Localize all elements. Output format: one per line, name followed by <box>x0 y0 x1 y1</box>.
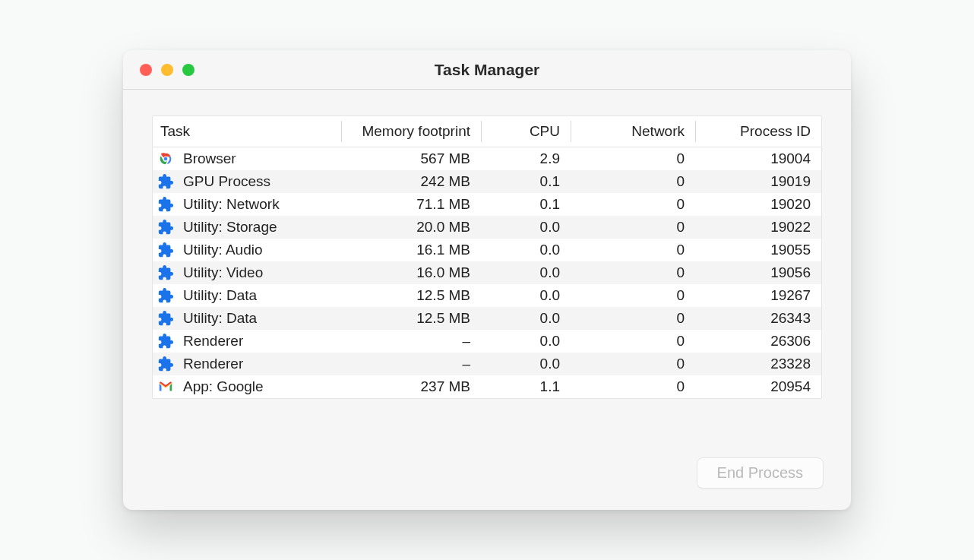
table-row[interactable]: Utility: Network 71.1 MB 0.1 0 19020 <box>153 193 821 216</box>
cell-network: 0 <box>571 284 695 307</box>
cell-memory: 71.1 MB <box>341 193 481 216</box>
puzzle-icon <box>157 264 174 281</box>
table-row[interactable]: Utility: Video 16.0 MB 0.0 0 19056 <box>153 261 821 284</box>
cell-memory: 16.0 MB <box>341 261 481 284</box>
col-pid[interactable]: Process ID <box>695 116 821 147</box>
puzzle-icon <box>157 310 174 327</box>
table-row[interactable]: Renderer – 0.0 0 26306 <box>153 330 821 353</box>
table-row[interactable]: Utility: Storage 20.0 MB 0.0 0 19022 <box>153 216 821 239</box>
cell-memory: 567 MB <box>341 147 481 171</box>
table-row[interactable]: App: Google 237 MB 1.1 0 20954 <box>153 375 821 398</box>
cell-memory: – <box>341 330 481 353</box>
cell-memory: 20.0 MB <box>341 216 481 239</box>
cell-cpu: 0.0 <box>481 353 571 375</box>
cell-pid: 19020 <box>695 193 821 216</box>
window-title: Task Manager <box>123 61 851 79</box>
task-label: App: Google <box>183 378 264 395</box>
cell-cpu: 0.0 <box>481 307 571 330</box>
cell-pid: 19056 <box>695 261 821 284</box>
cell-network: 0 <box>571 239 695 261</box>
task-label: Utility: Network <box>183 196 280 213</box>
table-row[interactable]: Utility: Data 12.5 MB 0.0 0 26343 <box>153 307 821 330</box>
cell-task: Utility: Video <box>153 261 341 284</box>
cell-task: Utility: Network <box>153 193 341 216</box>
cell-task: Utility: Data <box>153 307 341 330</box>
cell-network: 0 <box>571 193 695 216</box>
cell-pid: 20954 <box>695 375 821 398</box>
puzzle-icon <box>157 287 174 304</box>
cell-network: 0 <box>571 353 695 375</box>
traffic-lights <box>123 64 194 76</box>
content: Task Memory footprint CPU Network Proces… <box>123 90 851 439</box>
cell-task: GPU Process <box>153 170 341 193</box>
cell-cpu: 0.0 <box>481 330 571 353</box>
footer: End Process <box>123 439 851 510</box>
table-row[interactable]: Browser 567 MB 2.9 0 19004 <box>153 147 821 171</box>
cell-task: Utility: Data <box>153 284 341 307</box>
header-row: Task Memory footprint CPU Network Proces… <box>153 116 821 147</box>
cell-memory: 237 MB <box>341 375 481 398</box>
puzzle-icon <box>157 333 174 350</box>
task-label: Utility: Storage <box>183 219 277 236</box>
minimize-icon[interactable] <box>161 64 173 76</box>
cell-pid: 19019 <box>695 170 821 193</box>
cell-memory: 12.5 MB <box>341 307 481 330</box>
cell-pid: 26306 <box>695 330 821 353</box>
task-label: Renderer <box>183 356 243 372</box>
cell-task: App: Google <box>153 375 341 398</box>
end-process-button[interactable]: End Process <box>697 457 824 489</box>
table-row[interactable]: Utility: Data 12.5 MB 0.0 0 19267 <box>153 284 821 307</box>
cell-task: Utility: Storage <box>153 216 341 239</box>
cell-task: Renderer <box>153 330 341 353</box>
puzzle-icon <box>157 219 174 236</box>
cell-memory: 16.1 MB <box>341 239 481 261</box>
cell-cpu: 0.0 <box>481 239 571 261</box>
task-label: Utility: Data <box>183 310 257 327</box>
cell-network: 0 <box>571 307 695 330</box>
cell-pid: 19004 <box>695 147 821 171</box>
cell-memory: 242 MB <box>341 170 481 193</box>
col-memory[interactable]: Memory footprint <box>341 116 481 147</box>
cell-network: 0 <box>571 330 695 353</box>
gmail-icon <box>157 378 174 395</box>
cell-pid: 23328 <box>695 353 821 375</box>
cell-network: 0 <box>571 170 695 193</box>
table-row[interactable]: Renderer – 0.0 0 23328 <box>153 353 821 375</box>
cell-pid: 19022 <box>695 216 821 239</box>
task-label: Utility: Audio <box>183 242 263 258</box>
close-icon[interactable] <box>140 64 152 76</box>
task-label: Renderer <box>183 333 243 350</box>
cell-pid: 26343 <box>695 307 821 330</box>
col-cpu[interactable]: CPU <box>481 116 571 147</box>
table-row[interactable]: GPU Process 242 MB 0.1 0 19019 <box>153 170 821 193</box>
cell-cpu: 0.0 <box>481 284 571 307</box>
puzzle-icon <box>157 173 174 190</box>
cell-memory: 12.5 MB <box>341 284 481 307</box>
table-row[interactable]: Utility: Audio 16.1 MB 0.0 0 19055 <box>153 239 821 261</box>
process-table: Task Memory footprint CPU Network Proces… <box>152 115 822 399</box>
cell-cpu: 1.1 <box>481 375 571 398</box>
cell-cpu: 0.1 <box>481 193 571 216</box>
chrome-icon <box>157 150 174 167</box>
cell-cpu: 0.1 <box>481 170 571 193</box>
puzzle-icon <box>157 242 174 258</box>
puzzle-icon <box>157 356 174 372</box>
cell-cpu: 0.0 <box>481 261 571 284</box>
cell-task: Renderer <box>153 353 341 375</box>
titlebar[interactable]: Task Manager <box>123 50 851 90</box>
col-network[interactable]: Network <box>571 116 695 147</box>
zoom-icon[interactable] <box>182 64 194 76</box>
cell-pid: 19267 <box>695 284 821 307</box>
task-manager-window: Task Manager Task Memory footprint CPU N… <box>123 50 851 510</box>
task-label: Utility: Video <box>183 264 263 281</box>
task-label: Browser <box>183 150 236 167</box>
puzzle-icon <box>157 196 174 213</box>
cell-network: 0 <box>571 147 695 171</box>
cell-task: Browser <box>153 147 341 171</box>
cell-network: 0 <box>571 216 695 239</box>
cell-network: 0 <box>571 375 695 398</box>
cell-cpu: 2.9 <box>481 147 571 171</box>
cell-task: Utility: Audio <box>153 239 341 261</box>
task-label: GPU Process <box>183 173 270 190</box>
col-task[interactable]: Task <box>153 116 341 147</box>
